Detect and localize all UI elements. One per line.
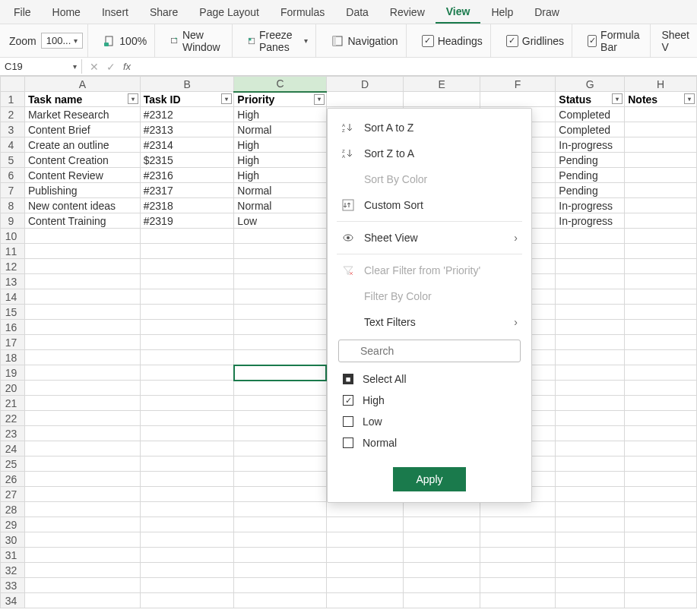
freeze-panes-button[interactable]: Freeze Panes ▾ [245,27,312,55]
cell[interactable] [625,259,697,274]
cell[interactable]: Create an outline [24,137,140,153]
row-header[interactable]: 14 [1,289,25,305]
cell[interactable] [24,532,140,548]
cell[interactable] [234,381,327,396]
cell[interactable] [24,229,140,244]
cell[interactable] [140,517,234,532]
cell[interactable]: Completed [556,122,625,137]
row-header[interactable]: 25 [1,456,25,472]
cell[interactable] [24,350,140,365]
cell[interactable] [326,92,403,107]
cell[interactable] [480,502,555,517]
navigation-button[interactable]: Navigation [328,33,401,49]
cell[interactable]: #2317 [140,183,234,198]
cell[interactable] [404,532,480,548]
cell[interactable] [234,426,327,441]
menu-draw[interactable]: Draw [524,2,570,23]
zoom-select[interactable]: 100... ▾ [41,33,84,49]
cell[interactable] [556,289,625,305]
row-header[interactable]: 18 [1,350,25,365]
cell[interactable] [234,563,327,578]
menu-insert[interactable]: Insert [91,2,139,23]
cell[interactable] [24,441,140,456]
cell[interactable] [625,593,697,608]
cell[interactable] [24,259,140,274]
cell[interactable] [625,487,697,502]
row-header[interactable]: 13 [1,274,25,289]
cell[interactable] [234,517,327,532]
cell[interactable] [24,274,140,289]
col-header-A[interactable]: A [24,77,140,92]
cell[interactable] [234,456,327,472]
cell[interactable] [556,426,625,441]
cell[interactable] [556,456,625,472]
row-header[interactable]: 11 [1,244,25,259]
menu-home[interactable]: Home [42,2,91,23]
select-all-corner[interactable] [1,77,25,92]
cell[interactable] [234,532,327,548]
cell[interactable] [556,472,625,487]
cell[interactable] [556,396,625,411]
cell[interactable] [556,381,625,396]
cell[interactable] [625,578,697,593]
cell[interactable]: Normal [234,122,327,137]
cell[interactable] [234,411,327,426]
cell[interactable] [556,350,625,365]
row-header[interactable]: 1 [1,92,25,107]
cell[interactable]: Priority▾ [234,92,327,107]
cell[interactable] [140,320,234,335]
cell[interactable] [140,593,234,608]
menu-formulas[interactable]: Formulas [270,2,335,23]
cell[interactable]: Content Review [24,168,140,183]
cell[interactable] [140,441,234,456]
cell[interactable] [140,426,234,441]
row-header[interactable]: 12 [1,259,25,274]
cell[interactable] [556,365,625,381]
cell[interactable] [625,198,697,213]
cell[interactable] [24,563,140,578]
menu-share[interactable]: Share [139,2,189,23]
cell[interactable]: High [234,107,327,122]
cell[interactable] [140,532,234,548]
row-header[interactable]: 15 [1,305,25,320]
cell[interactable] [625,548,697,563]
cell[interactable] [234,487,327,502]
cell[interactable] [625,183,697,198]
cell[interactable] [140,274,234,289]
cell[interactable] [480,517,555,532]
cell[interactable] [24,487,140,502]
filter-dropdown-button[interactable]: ▾ [612,93,623,104]
col-header-B[interactable]: B [140,77,234,92]
cell[interactable] [556,532,625,548]
cell[interactable] [625,441,697,456]
cell[interactable] [140,244,234,259]
row-header[interactable]: 23 [1,426,25,441]
cell[interactable]: In-progress [556,137,625,153]
row-header[interactable]: 9 [1,213,25,229]
cell[interactable] [24,365,140,381]
cell[interactable]: Notes▾ [625,92,697,107]
cell[interactable] [234,396,327,411]
cell[interactable] [625,168,697,183]
cell[interactable] [625,305,697,320]
cell[interactable] [234,289,327,305]
cell[interactable] [140,381,234,396]
cell[interactable] [556,305,625,320]
cell[interactable] [234,578,327,593]
cell[interactable] [556,244,625,259]
cell[interactable] [404,578,480,593]
cell[interactable] [326,532,403,548]
cell[interactable] [625,213,697,229]
cell[interactable] [556,502,625,517]
cell[interactable]: Pending [556,168,625,183]
cell[interactable]: #2313 [140,122,234,137]
cell[interactable] [625,107,697,122]
cell[interactable] [556,517,625,532]
cell[interactable] [234,548,327,563]
cell[interactable] [140,365,234,381]
cell[interactable] [404,92,480,107]
cell[interactable] [625,517,697,532]
row-header[interactable]: 29 [1,517,25,532]
cell[interactable] [556,335,625,350]
cell[interactable]: New content ideas [24,198,140,213]
